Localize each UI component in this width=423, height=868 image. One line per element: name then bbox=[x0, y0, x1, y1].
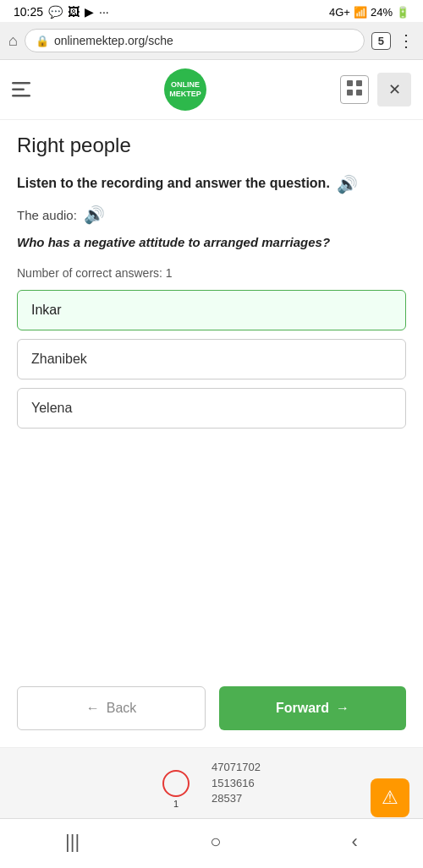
close-button[interactable]: ✕ bbox=[377, 73, 411, 106]
instruction-audio-button[interactable]: 🔊 bbox=[333, 174, 361, 194]
back-arrow-icon: ← bbox=[86, 701, 100, 716]
back-label: Back bbox=[107, 701, 137, 716]
battery-icon: 🔋 bbox=[396, 6, 409, 19]
code1: 47071702 bbox=[212, 760, 261, 775]
whatsapp-icon: 💬 bbox=[48, 5, 63, 19]
bottom-nav-back-button[interactable]: ‹ bbox=[332, 827, 378, 856]
navigation-buttons: ← Back Forward → bbox=[0, 673, 423, 747]
bottom-back-icon: ‹ bbox=[352, 831, 358, 852]
answer-option-zhanibek[interactable]: Zhanibek bbox=[17, 339, 406, 379]
main-content: Right people Listen to the recording and… bbox=[0, 120, 423, 673]
back-button[interactable]: ← Back bbox=[17, 686, 206, 730]
question-text: Who has a negative attitude to arranged … bbox=[17, 233, 406, 253]
bottom-navigation: ||| ○ ‹ bbox=[0, 818, 423, 868]
code2: 1513616 bbox=[212, 776, 261, 791]
audio-icon-instruction: 🔊 bbox=[337, 175, 358, 194]
tab-count-badge[interactable]: 5 bbox=[371, 32, 391, 50]
dots-icon: ··· bbox=[99, 5, 109, 19]
audio-line: The audio: 🔊 bbox=[17, 205, 406, 225]
forward-label: Forward bbox=[276, 701, 329, 716]
analytics-number: 1 bbox=[173, 799, 179, 809]
analytics-circle bbox=[162, 770, 190, 797]
grid-icon bbox=[347, 80, 362, 96]
battery-percent: 24% bbox=[371, 6, 393, 19]
url-text: onlinemektep.org/sche bbox=[54, 34, 173, 47]
network-type: 4G+ bbox=[329, 6, 350, 19]
close-icon: ✕ bbox=[388, 80, 401, 99]
bottom-menu-icon: ||| bbox=[65, 831, 80, 852]
status-left: 10:25 💬 🖼 ▶ ··· bbox=[14, 5, 109, 19]
image-icon: 🖼 bbox=[68, 5, 80, 19]
signal-icon: 📶 bbox=[354, 6, 367, 19]
app-logo: ONLINE MEKTEP bbox=[164, 68, 206, 111]
instruction-block: Listen to the recording and answer the q… bbox=[17, 174, 406, 194]
forward-button[interactable]: Forward → bbox=[219, 686, 406, 730]
page-title: Right people bbox=[17, 134, 406, 157]
answer-option-yelena[interactable]: Yelena bbox=[17, 388, 406, 429]
answer-option-inkar[interactable]: Inkar bbox=[17, 290, 406, 330]
grid-view-button[interactable] bbox=[340, 75, 369, 104]
bottom-home-icon: ○ bbox=[210, 831, 221, 852]
browser-bar: ⌂ 🔒 onlinemektep.org/sche 5 ⋮ bbox=[0, 22, 423, 60]
svg-rect-6 bbox=[356, 90, 362, 96]
audio-label: The audio: bbox=[17, 208, 77, 222]
svg-rect-3 bbox=[347, 80, 353, 86]
svg-rect-0 bbox=[12, 82, 30, 85]
svg-rect-1 bbox=[12, 89, 25, 91]
code3: 28537 bbox=[212, 791, 261, 806]
analytics-codes: 47071702 1513616 28537 bbox=[212, 760, 261, 806]
correct-answers-label: Number of correct answers: bbox=[17, 266, 162, 280]
audio-icon-play: 🔊 bbox=[84, 205, 105, 224]
warning-icon: ⚠ bbox=[382, 787, 398, 809]
correct-answers-count: Number of correct answers: 1 bbox=[17, 266, 406, 280]
browser-menu-button[interactable]: ⋮ bbox=[398, 30, 415, 51]
svg-rect-5 bbox=[347, 90, 353, 96]
url-bar[interactable]: 🔒 onlinemektep.org/sche bbox=[25, 29, 365, 52]
svg-rect-4 bbox=[356, 80, 362, 86]
status-time: 10:25 bbox=[14, 5, 43, 19]
footer-analytics-bar: 1 47071702 1513616 28537 bbox=[0, 747, 423, 818]
bottom-nav-menu-button[interactable]: ||| bbox=[45, 827, 100, 856]
bottom-nav-home-button[interactable]: ○ bbox=[190, 827, 241, 856]
hamburger-button[interactable] bbox=[12, 82, 30, 97]
header-right-actions: ✕ bbox=[340, 73, 411, 106]
status-bar: 10:25 💬 🖼 ▶ ··· 4G+ 📶 24% 🔋 bbox=[0, 0, 423, 22]
hamburger-icon bbox=[12, 82, 30, 97]
svg-rect-2 bbox=[12, 95, 30, 97]
forward-arrow-icon: → bbox=[336, 701, 349, 716]
warning-fab-button[interactable]: ⚠ bbox=[371, 778, 409, 817]
browser-home-button[interactable]: ⌂ bbox=[8, 32, 18, 50]
instruction-text: Listen to the recording and answer the q… bbox=[17, 176, 330, 190]
app-header: ONLINE MEKTEP ✕ bbox=[0, 60, 423, 120]
correct-answers-number: 1 bbox=[166, 266, 173, 280]
lock-icon: 🔒 bbox=[36, 35, 49, 47]
status-right: 4G+ 📶 24% 🔋 bbox=[329, 6, 409, 19]
play-icon: ▶ bbox=[85, 5, 94, 19]
analytics-circle-wrapper: 1 bbox=[162, 770, 190, 797]
audio-play-button[interactable]: 🔊 bbox=[84, 205, 105, 225]
